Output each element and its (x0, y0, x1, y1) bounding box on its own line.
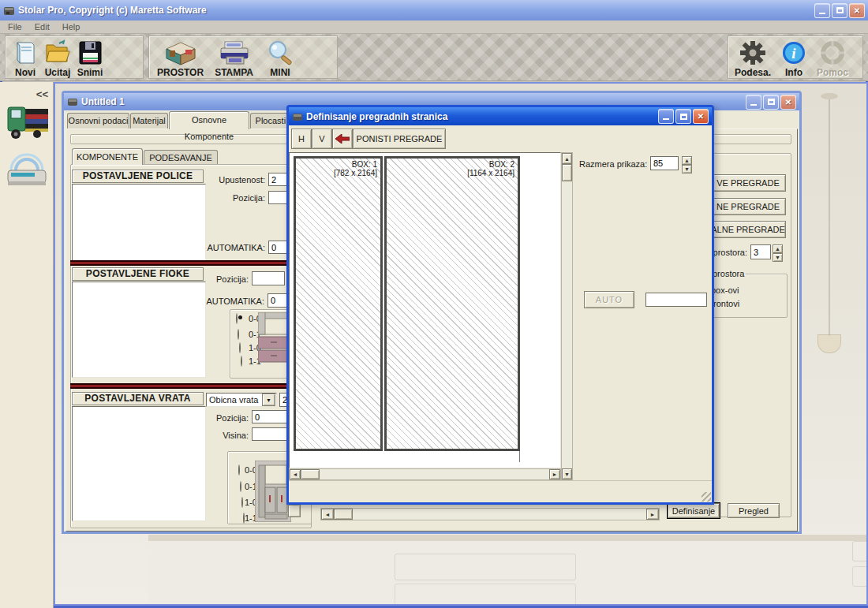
magnifier-icon (264, 39, 296, 66)
pregrade-button-1[interactable]: VE PREGRADE (710, 174, 786, 192)
toolbar-group-system: Podesa. i Info Pomoc (728, 35, 863, 79)
toolbar-button-stampa[interactable]: STAMPA (215, 37, 253, 78)
pregrade-button-3[interactable]: ALNE PREGRADE (710, 221, 786, 238)
vrata-header: POSTAVLJENA VRATA (72, 392, 204, 405)
definisanje-button[interactable]: Definisanje (668, 503, 720, 518)
scrollbar-thumb[interactable] (562, 164, 572, 181)
police-listbox[interactable] (72, 184, 206, 262)
scrollbar-thumb[interactable] (301, 469, 320, 479)
back-arrow-button[interactable] (332, 129, 353, 149)
menu-item-help[interactable]: Help (62, 22, 80, 32)
v-button[interactable]: V (312, 129, 332, 149)
fioke-radio-0-1[interactable] (238, 329, 239, 340)
scroll-left-icon[interactable]: ◄ (321, 509, 334, 520)
toolbar: Novi Ucitaj Snimi PROSTOR STAMPA M (0, 34, 868, 81)
sidebar-collapse-button[interactable]: << (36, 88, 48, 100)
fioke-radio-1-0[interactable] (239, 342, 241, 353)
dialog-minimize-button[interactable] (658, 109, 674, 124)
razmera-spinner: ▲ ▼ (682, 156, 692, 170)
dialog-window: Definisanje pregradnih stranica ✕ H V PO… (286, 105, 714, 505)
doc-close-button[interactable]: ✕ (780, 95, 796, 110)
pregled-button[interactable]: Pregled (728, 503, 780, 518)
prostora-group-label: prostora (711, 269, 746, 278)
spinner-down-icon[interactable]: ▼ (773, 253, 783, 262)
dialog-close-button[interactable]: ✕ (693, 109, 709, 124)
toolbar-button-pomoc: Pomoc (817, 37, 848, 78)
prostora-item-frontovi: frontovi (711, 299, 739, 308)
toolbar-button-mini[interactable]: MINI (264, 37, 296, 78)
h-button[interactable]: H (291, 129, 312, 149)
scroll-right-icon[interactable]: ► (549, 469, 560, 479)
scroll-right-icon[interactable]: ► (646, 509, 659, 520)
box-2-dims: [1164 x 2164] (390, 169, 514, 177)
furniture-drawer-decoration (395, 584, 576, 606)
prostora-input[interactable] (750, 244, 771, 259)
tab-materijal[interactable]: Materijal (130, 113, 168, 129)
prostora-groupbox (707, 274, 788, 318)
close-button[interactable]: ✕ (849, 3, 865, 18)
fioke-radio-0-0[interactable] (236, 313, 238, 324)
menu-item-file[interactable]: File (8, 22, 22, 32)
spinner-down-icon[interactable]: ▼ (682, 165, 692, 173)
spinner-up-icon[interactable]: ▲ (773, 244, 783, 253)
toolbar-button-info[interactable]: i Info (780, 37, 807, 78)
vrata-radio-0-1[interactable] (240, 481, 241, 492)
box-2[interactable]: BOX: 2 [1164 x 2164] (384, 156, 520, 451)
vrata-radio-0-0[interactable] (238, 464, 240, 476)
red-left-arrow-icon (335, 134, 350, 144)
box-1[interactable]: BOX: 1 [782 x 2164] (294, 156, 383, 451)
toolbar-button-snimi[interactable]: Snimi (77, 37, 103, 78)
open-folder-icon (43, 39, 72, 66)
vrata-visina-input[interactable] (252, 427, 288, 441)
vrata-listbox[interactable] (72, 406, 206, 521)
toolbar-group-tools: PROSTOR STAMPA MINI (148, 35, 338, 79)
toolbar-label: STAMPA (215, 67, 253, 78)
scanner-icon[interactable] (5, 151, 49, 189)
scroll-left-icon[interactable]: ◄ (290, 469, 301, 479)
auto-value-input[interactable] (645, 293, 707, 307)
fioke-radio-1-1[interactable] (241, 356, 242, 367)
tab-podesavanje[interactable]: PODESAVANJE (144, 150, 218, 165)
window-title: Stolar Pro, Copyright (c) Maretta Softwa… (18, 5, 207, 16)
dropdown-arrow-icon[interactable]: ▼ (262, 394, 275, 406)
police-header: POSTAVLJENE POLICE (72, 170, 204, 183)
scroll-up-icon[interactable]: ▲ (562, 153, 572, 164)
pregrade-button-2[interactable]: NE PREGRADE (710, 198, 786, 215)
vrata-pozicija-input[interactable] (252, 410, 288, 423)
new-document-icon (12, 39, 39, 66)
canvas-vertical-scrollbar[interactable]: ▲ ▼ (561, 152, 573, 480)
toolbar-button-prostor[interactable]: PROSTOR (157, 37, 204, 78)
truck-icon[interactable] (6, 101, 50, 142)
menu-item-edit[interactable]: Edit (35, 22, 50, 32)
fioke-pozicija-input[interactable] (252, 271, 285, 285)
tab-osnovne-komponente[interactable]: Osnovne Komponente (169, 111, 249, 129)
vrata-type-dropdown[interactable]: Obicna vrata ▼ (206, 393, 277, 407)
tab-komponente[interactable]: KOMPONENTE (72, 148, 143, 165)
spinner-up-icon[interactable]: ▲ (682, 156, 692, 165)
doc-horizontal-scrollbar[interactable]: ◄ ► (320, 508, 660, 520)
dialog-maximize-button[interactable] (675, 109, 691, 124)
toolbar-label: Info (785, 67, 803, 78)
fioke-listbox[interactable] (72, 282, 206, 378)
resize-grip[interactable] (702, 492, 711, 502)
svg-text:i: i (791, 45, 796, 62)
dialog-titlebar[interactable]: Definisanje pregradnih stranica ✕ (289, 107, 712, 125)
tab-osnovni-podaci[interactable]: Osnovni podaci (67, 113, 129, 129)
ponisti-pregrade-button[interactable]: PONISTI PREGRADE (353, 129, 446, 149)
vrata-radio-1-0[interactable] (241, 497, 243, 508)
toolbar-button-novi[interactable]: Novi (12, 37, 39, 78)
minimize-button[interactable] (814, 3, 830, 18)
section-divider (70, 260, 312, 266)
doc-minimize-button[interactable] (746, 95, 761, 110)
maximize-button[interactable] (832, 3, 847, 18)
scroll-down-icon[interactable]: ▼ (562, 468, 572, 479)
scrollbar-thumb[interactable] (334, 509, 353, 520)
canvas-horizontal-scrollbar[interactable]: ◄ ► (289, 468, 561, 480)
furniture-drawer-decoration (852, 566, 868, 587)
razmera-input[interactable] (650, 156, 679, 170)
pregrade-canvas[interactable]: BOX: 1 [782 x 2164] BOX: 2 [1164 x 2164] (289, 152, 561, 468)
doc-maximize-button[interactable] (763, 95, 779, 110)
app-icon (3, 5, 15, 17)
toolbar-button-ucitaj[interactable]: Ucitaj (43, 37, 72, 78)
toolbar-button-podesa[interactable]: Podesa. (735, 37, 771, 78)
